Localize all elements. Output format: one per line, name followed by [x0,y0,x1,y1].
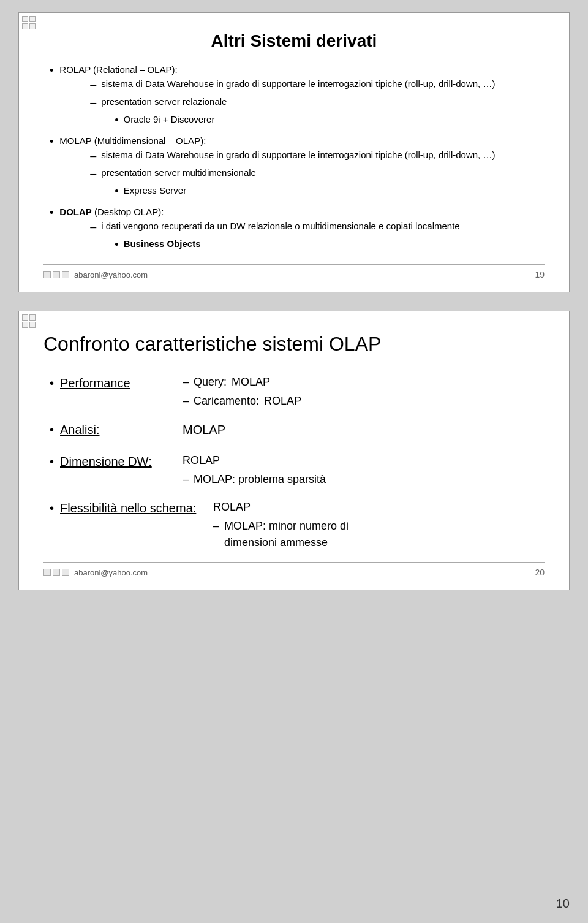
dimensione-value: ROLAP [183,452,326,469]
slide1-footer-email: abaroni@yahoo.com [74,270,148,279]
analisi-label: Analisi: [60,423,99,436]
dolap-label-bold: DOLAP [59,207,92,217]
bullet-icon: • [50,452,54,471]
footer-decoration [43,569,69,576]
list-item: • Oracle 9i + Discoverer [59,113,495,128]
bullet-icon-sm: • [115,184,118,199]
flessibilita-label: Flessibilità nello schema: [60,501,196,515]
dolap-sub1: i dati vengono recuperati da un DW relaz… [101,219,459,234]
list-item: • Dimensione DW: ROLAP – MOLAP: problema… [43,452,545,488]
slide-2: Confronto caratteristiche sistemi OLAP •… [18,311,570,590]
list-item: • Performance – Query: MOLAP – Caricamen… [43,374,545,409]
express-server-label: Express Server [124,184,187,198]
caricamento-value: ROLAP [264,393,301,409]
slide1-title: Altri Sistemi derivati [43,31,545,51]
dash-icon: – [90,166,96,181]
dash-icon: – [183,393,189,409]
list-item: – MOLAP: minor numero didimensioni ammes… [213,518,349,551]
list-item: – sistema di Data Warehouse in grado di … [59,148,495,164]
dolap-label-rest: (Desktop OLAP): [92,207,164,217]
list-item: • Express Server [59,184,495,199]
query-value: MOLAP [232,374,270,390]
molap-sub1: sistema di Data Warehouse in grado di su… [101,148,495,162]
bullet-icon: • [50,420,54,439]
list-item: • MOLAP (Multidimensional – OLAP): – sis… [43,134,545,202]
dash-icon: – [183,374,189,390]
rolap-sub1: sistema di Data Warehouse in grado di su… [101,77,495,91]
bullet-icon: • [50,63,53,78]
bullet-icon-sm: • [115,237,118,253]
rolap-sub3: Oracle 9i + Discoverer [124,113,215,127]
slide1-page-number: 19 [535,270,545,279]
slide-1: Altri Sistemi derivati • ROLAP (Relation… [18,12,570,292]
flessibilita-value: ROLAP [213,499,349,515]
list-item: – i dati vengono recuperati da un DW rel… [59,219,459,235]
list-item: • Business Objects [59,237,459,253]
bullet-icon: • [50,134,53,150]
bullet-icon: • [50,374,54,392]
list-item: • ROLAP (Relational – OLAP): – sistema d… [43,63,545,131]
corner-decoration-1 [22,16,36,29]
molap-sparsita: MOLAP: problema sparsità [194,471,326,488]
molap-sub2: presentation server multidimensionale [101,166,256,180]
dash-icon: – [90,95,96,110]
slide1-content: • ROLAP (Relational – OLAP): – sistema d… [43,63,545,255]
slide2-page-number: 20 [535,568,545,577]
rolap-sub2: presentation server relazionale [101,95,227,109]
slide2-content: • Performance – Query: MOLAP – Caricamen… [43,374,545,551]
slide1-footer: abaroni@yahoo.com 19 [43,264,545,279]
query-key: Query: [194,374,227,390]
rolap-label: ROLAP (Relational – OLAP): [59,64,177,75]
business-objects-label: Business Objects [124,237,201,251]
slide2-footer: abaroni@yahoo.com 20 [43,562,545,577]
list-item: – presentation server multidimensionale [59,166,495,181]
list-item: • DOLAP (Desktop OLAP): – i dati vengono… [43,205,545,255]
molap-dimensioni: MOLAP: minor numero didimensioni ammesse [224,518,349,551]
bullet-icon-sm: • [115,113,118,128]
list-item: – MOLAP: problema sparsità [183,471,326,488]
list-item: • Flessibilità nello schema: ROLAP – MOL… [43,499,545,551]
footer-decoration [43,271,69,278]
slide2-title: Confronto caratteristiche sistemi OLAP [43,333,545,355]
corner-decoration-2 [22,314,36,328]
dimensione-label: Dimensione DW: [60,455,152,468]
page-number: 10 [556,897,570,911]
dash-icon: – [90,219,96,235]
list-item: • Analisi: MOLAP [43,420,545,439]
bullet-icon: • [50,499,54,517]
dash-icon: – [90,77,96,93]
caricamento-key: Caricamento: [194,393,259,409]
performance-label: Performance [60,376,130,390]
list-item: – presentation server relazionale [59,95,495,110]
list-item: – sistema di Data Warehouse in grado di … [59,77,495,93]
dash-icon: – [183,471,189,488]
list-item: – Query: MOLAP [183,374,301,390]
analisi-value: MOLAP [183,420,225,439]
slide2-footer-email: abaroni@yahoo.com [74,568,148,577]
bullet-icon: • [50,205,53,221]
dash-icon: – [90,148,96,164]
dash-icon: – [213,518,219,551]
molap-label: MOLAP (Multidimensional – OLAP): [59,135,206,146]
list-item: – Caricamento: ROLAP [183,393,301,409]
